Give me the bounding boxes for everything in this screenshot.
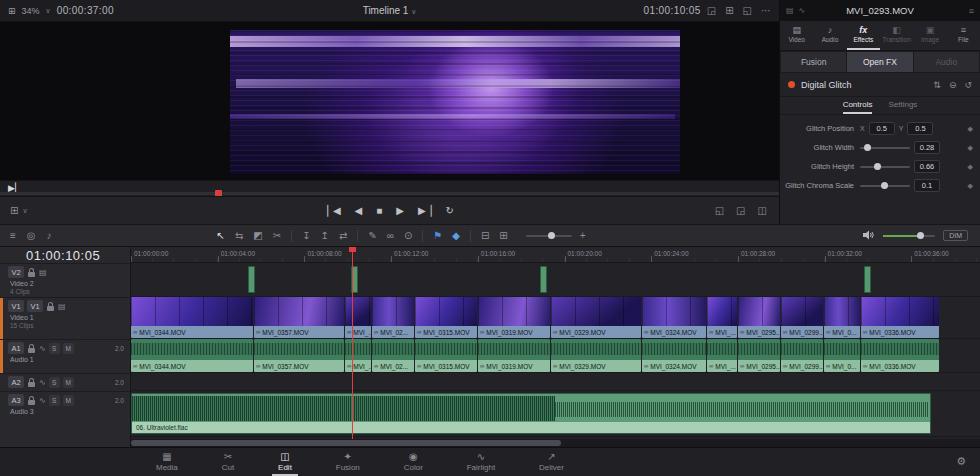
chevron-down-icon[interactable]: ∨ (411, 8, 416, 15)
goto-first-frame-button[interactable]: ▏◀ (327, 205, 338, 216)
param-x-input[interactable]: 0.5 (869, 122, 895, 135)
voiceover-icon[interactable]: ♪ (47, 230, 52, 241)
auto-select-icon[interactable]: ▤ (58, 302, 66, 311)
tab-file[interactable]: ≡File (947, 21, 980, 50)
effect-tab-settings[interactable]: Settings (888, 100, 917, 114)
timeline-zoom-slider[interactable] (526, 235, 572, 237)
track-header-a3[interactable]: A3∿SM2.0Audio 3 (0, 391, 130, 437)
delete-effect-icon[interactable]: ⊖ (949, 80, 957, 90)
insert-clip-button[interactable]: ↧ (302, 230, 310, 241)
timeline-audio-clip[interactable]: ∞MVI_0319.MOV (478, 339, 550, 372)
track-badge-v2[interactable]: V2 (8, 266, 24, 278)
slider-knob[interactable] (864, 144, 871, 151)
track-header-v2[interactable]: V2▤Video 24 Clips (0, 263, 130, 297)
keyframe-icon[interactable]: ◆ (968, 144, 976, 152)
resize-icon[interactable]: ◲ (707, 5, 716, 16)
timeline-video-clip[interactable]: ∞MVI_... (707, 297, 737, 338)
track-badge-v1[interactable]: V1 (27, 300, 43, 312)
track-badge-a2[interactable]: A2 (8, 376, 24, 388)
waveform-icon[interactable]: ∿ (39, 344, 46, 353)
grid-view-icon[interactable]: ⊞ (725, 5, 733, 16)
viewer-zoom-level[interactable]: 34% (22, 6, 40, 16)
project-settings-gear-icon[interactable]: ⚙ (956, 455, 966, 468)
keyframe-icon[interactable]: ◆ (968, 163, 976, 171)
page-edit[interactable]: ◫Edit (272, 448, 298, 476)
reset-effect-icon[interactable]: ↺ (964, 80, 972, 90)
timeline-video-clip[interactable]: ∞MVI_0336.MOV (861, 297, 939, 338)
waveform-icon[interactable]: ∿ (39, 378, 46, 387)
timeline-audio-clip[interactable]: ∞MVI_0336.MOV (861, 339, 939, 372)
stop-button[interactable]: ■ (376, 205, 380, 216)
param-slider[interactable] (860, 185, 910, 187)
slider-knob[interactable] (881, 182, 888, 189)
timeline-music-clip[interactable]: 06. Ultraviolet.flac (131, 393, 931, 434)
position-lock-button[interactable]: ⊙ (404, 230, 412, 241)
page-media[interactable]: ▦Media (150, 448, 184, 476)
lock-icon[interactable] (27, 378, 36, 387)
timeline-audio-clip[interactable]: ∞MVI_... (707, 339, 737, 372)
layout-icon[interactable]: ◱ (743, 5, 752, 16)
param-value-input[interactable]: 0.28 (914, 141, 940, 154)
playhead[interactable] (352, 247, 353, 439)
step-back-button[interactable]: ◀ (355, 205, 361, 216)
trim-edit-mode-button[interactable]: ⇆ (235, 230, 243, 241)
replace-clip-button[interactable]: ⇄ (339, 230, 347, 241)
effect-enable-toggle[interactable] (788, 81, 795, 88)
play-button[interactable]: ▶ (396, 205, 402, 216)
timeline-video-clip[interactable]: ∞MVI_... (345, 297, 371, 338)
timeline-title[interactable]: Timeline 1 (363, 5, 409, 16)
marker-button[interactable]: ◆ (452, 230, 460, 241)
flag-button[interactable]: ⚑ (433, 230, 442, 241)
param-slider[interactable] (860, 147, 910, 149)
page-deliver[interactable]: ↗Deliver (533, 448, 570, 476)
timeline-video-clip[interactable]: ∞MVI_0295... (738, 297, 780, 338)
timeline-current-timecode[interactable]: 01:00:10:05 (0, 247, 130, 263)
tab-audio[interactable]: ♪Audio (813, 21, 846, 50)
track-badge-a1[interactable]: A1 (8, 342, 24, 354)
overwrite-clip-button[interactable]: ↥ (321, 230, 329, 241)
zoom-fit-button[interactable]: ⊟ (481, 230, 489, 241)
track-badge-a3[interactable]: A3 (8, 394, 24, 406)
lock-icon[interactable] (27, 396, 36, 405)
timeline-clip-short[interactable] (864, 266, 871, 293)
mute-button[interactable]: M (63, 343, 74, 354)
solo-button[interactable]: S (49, 395, 60, 406)
mute-button[interactable]: M (63, 377, 74, 388)
page-fusion[interactable]: ✦Fusion (330, 448, 366, 476)
lock-icon[interactable] (27, 268, 36, 277)
effect-tab-controls[interactable]: Controls (843, 100, 873, 114)
subtab-fusion[interactable]: Fusion (781, 52, 846, 72)
solo-button[interactable]: S (49, 343, 60, 354)
timeline-audio-clip[interactable]: ∞MVI_0299... (781, 339, 823, 372)
page-color[interactable]: ◉Color (398, 448, 429, 476)
volume-knob[interactable] (917, 232, 924, 239)
more-options-icon[interactable]: ⋯ (761, 5, 771, 16)
timeline-audio-clip[interactable]: ∞MVI_0295... (738, 339, 780, 372)
page-fairlight[interactable]: ∿Fairlight (461, 448, 501, 476)
track-badge-v1[interactable]: V1 (8, 300, 24, 312)
scrollbar-thumb[interactable] (131, 440, 561, 446)
timeline-video-clip[interactable]: ∞MVI_0329.MOV (551, 297, 641, 338)
timeline-audio-clip[interactable]: ∞MVI_02... (372, 339, 414, 372)
timeline-scrollbar[interactable] (131, 439, 980, 447)
track-header-a2[interactable]: A2∿SM2.0Audio 2 (0, 373, 130, 391)
timeline-clip-short[interactable] (540, 266, 547, 293)
timeline-audio-clip[interactable]: ∞MVI_0357.MOV (254, 339, 344, 372)
retime-curve-button[interactable]: ✎ (368, 230, 376, 241)
timeline-view-options-icon[interactable]: ≡ (10, 230, 16, 241)
dynamic-trim-mode-button[interactable]: ◩ (253, 230, 262, 241)
tab-image[interactable]: ▣Image (913, 21, 946, 50)
track-header-v1[interactable]: V1V1▤Video 115 Clips (0, 297, 130, 339)
timeline-video-clip[interactable]: ∞MVI_0... (824, 297, 860, 338)
speaker-icon[interactable] (863, 230, 875, 242)
blade-edit-mode-button[interactable]: ✂ (273, 230, 281, 241)
volume-slider[interactable] (883, 235, 935, 237)
param-slider[interactable] (860, 166, 910, 168)
mute-button[interactable]: M (63, 395, 74, 406)
selection-mode-button[interactable]: ↖ (217, 230, 225, 241)
slider-knob[interactable] (874, 163, 881, 170)
timeline-video-clip[interactable]: ∞MVI_0319.MOV (478, 297, 550, 338)
waveform-icon[interactable]: ∿ (39, 396, 46, 405)
timeline-video-clip[interactable]: ∞MVI_0324.MOV (642, 297, 706, 338)
loop-button[interactable]: ↻ (445, 205, 451, 216)
